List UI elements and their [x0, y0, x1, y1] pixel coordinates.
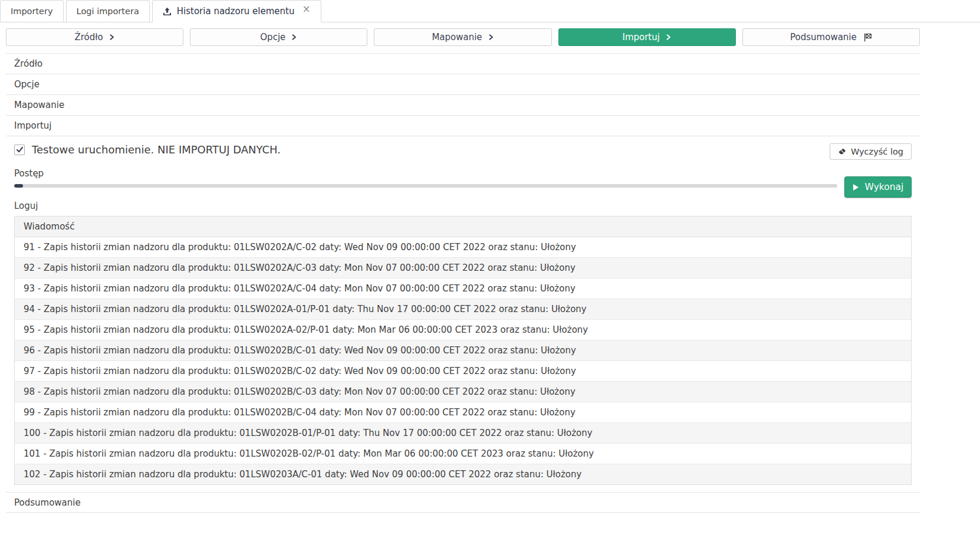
- accordion-label: Importuj: [14, 120, 51, 131]
- accordion-section-importuj[interactable]: Importuj: [6, 116, 920, 136]
- test-run-label: Testowe uruchomienie. NIE IMPORTUJ DANYC…: [32, 143, 281, 156]
- accordion-label: Opcje: [14, 79, 40, 90]
- run-button[interactable]: Wykonaj: [844, 176, 912, 198]
- tab-label: Historia nadzoru elementu: [177, 6, 295, 17]
- checkered-flag-icon: [863, 33, 872, 42]
- log-row: 91 - Zapis historii zmian nadzoru dla pr…: [15, 237, 911, 258]
- log-table: Wiadomość 91 - Zapis historii zmian nadz…: [14, 216, 912, 485]
- step-label: Podsumowanie: [790, 32, 857, 42]
- step-podsumowanie[interactable]: Podsumowanie: [742, 28, 920, 46]
- log-row: 94 - Zapis historii zmian nadzoru dla pr…: [15, 299, 911, 320]
- tab-importery[interactable]: Importery: [0, 0, 64, 22]
- play-icon: [853, 183, 859, 191]
- log-row: 101 - Zapis historii zmian nadzoru dla p…: [15, 444, 911, 464]
- log-row: 93 - Zapis historii zmian nadzoru dla pr…: [15, 278, 911, 299]
- tab-bar: Importery Logi importera Historia nadzor…: [0, 0, 980, 22]
- tab-logi-importera[interactable]: Logi importera: [66, 0, 150, 22]
- chevron-right-icon: [292, 34, 297, 41]
- progress-section: Postęp: [14, 168, 837, 188]
- run-label: Wykonaj: [865, 182, 904, 192]
- log-row: 92 - Zapis historii zmian nadzoru dla pr…: [15, 258, 911, 278]
- log-row: 96 - Zapis historii zmian nadzoru dla pr…: [15, 340, 911, 361]
- step-opcje[interactable]: Opcje: [190, 28, 367, 46]
- progress-label: Postęp: [14, 168, 837, 179]
- wizard-steps: Źródło Opcje Mapowanie Importuj Podsumow…: [6, 28, 920, 46]
- upload-icon: [163, 7, 172, 16]
- log-label: Loguj: [14, 201, 912, 211]
- accordion-section-podsumowanie[interactable]: Podsumowanie: [6, 492, 920, 513]
- clear-log-label: Wyczyść log: [851, 147, 903, 156]
- tab-label: Logi importera: [77, 6, 139, 16]
- log-row: 98 - Zapis historii zmian nadzoru dla pr…: [15, 382, 911, 402]
- accordion-label: Mapowanie: [14, 100, 64, 110]
- log-row: 102 - Zapis historii zmian nadzoru dla p…: [15, 464, 911, 484]
- accordion-section-zrodlo[interactable]: Źródło: [6, 54, 920, 74]
- log-row: 99 - Zapis historii zmian nadzoru dla pr…: [15, 402, 911, 423]
- import-panel: Testowe uruchomienie. NIE IMPORTUJ DANYC…: [6, 136, 920, 492]
- step-mapowanie[interactable]: Mapowanie: [374, 28, 551, 46]
- checkbox-checked-icon[interactable]: [14, 145, 25, 155]
- log-table-rows: 91 - Zapis historii zmian nadzoru dla pr…: [15, 237, 911, 484]
- step-label: Mapowanie: [432, 32, 482, 42]
- eraser-icon: [838, 147, 846, 156]
- main-content: Źródło Opcje Mapowanie Importuj Podsumow…: [6, 28, 920, 513]
- tab-historia-nadzoru-elementu[interactable]: Historia nadzoru elementu ×: [152, 0, 321, 22]
- progress-fill: [14, 184, 23, 188]
- log-row: 95 - Zapis historii zmian nadzoru dla pr…: [15, 320, 911, 340]
- step-importuj[interactable]: Importuj: [558, 28, 736, 46]
- log-row: 100 - Zapis historii zmian nadzoru dla p…: [15, 423, 911, 444]
- step-label: Importuj: [622, 32, 659, 42]
- accordion-label: Źródło: [14, 58, 42, 69]
- test-run-checkbox[interactable]: Testowe uruchomienie. NIE IMPORTUJ DANYC…: [14, 143, 281, 156]
- progress-bar: [14, 184, 837, 188]
- close-icon[interactable]: ×: [302, 4, 310, 14]
- accordion-section-opcje[interactable]: Opcje: [6, 74, 920, 95]
- clear-log-button[interactable]: Wyczyść log: [830, 143, 912, 160]
- step-zrodlo[interactable]: Źródło: [6, 28, 183, 46]
- step-label: Źródło: [74, 32, 103, 42]
- step-label: Opcje: [260, 32, 285, 42]
- chevron-right-icon: [666, 34, 672, 41]
- chevron-right-icon: [489, 34, 494, 41]
- accordion-label: Podsumowanie: [14, 497, 81, 508]
- accordion-section-mapowanie[interactable]: Mapowanie: [6, 95, 920, 116]
- log-row: 97 - Zapis historii zmian nadzoru dla pr…: [15, 361, 911, 382]
- wizard-accordion: Źródło Opcje Mapowanie Importuj Testowe …: [6, 53, 920, 513]
- log-table-header: Wiadomość: [15, 217, 911, 237]
- chevron-right-icon: [110, 34, 115, 41]
- tab-label: Importery: [11, 6, 53, 16]
